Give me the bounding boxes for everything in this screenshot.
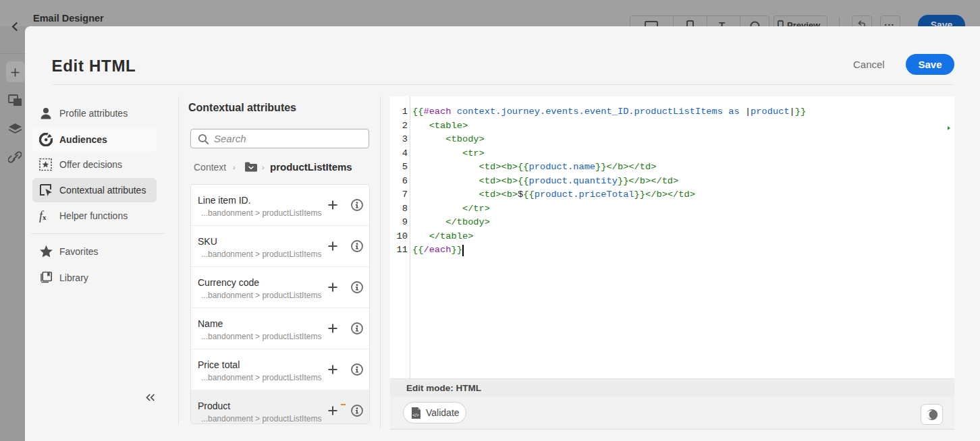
svg-text:</>: </> <box>412 413 419 417</box>
